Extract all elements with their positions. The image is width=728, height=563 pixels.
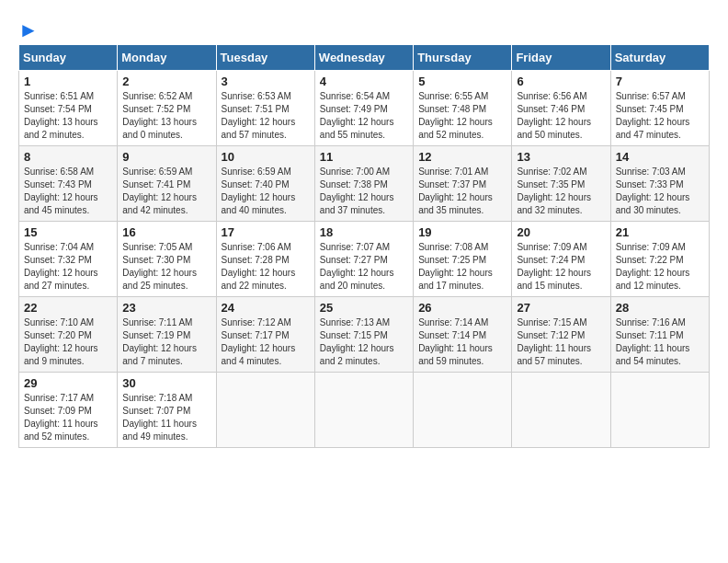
calendar-cell: 5Sunrise: 6:55 AMSunset: 7:48 PMDaylight… <box>414 71 512 146</box>
calendar-table: SundayMondayTuesdayWednesdayThursdayFrid… <box>18 44 710 448</box>
calendar-cell: 13Sunrise: 7:02 AMSunset: 7:35 PMDayligh… <box>512 146 610 222</box>
cell-info: Sunrise: 6:59 AMSunset: 7:40 PMDaylight:… <box>222 166 310 217</box>
cell-info: Sunrise: 7:18 AMSunset: 7:07 PMDaylight:… <box>122 392 210 443</box>
calendar-cell <box>414 373 512 448</box>
day-number: 1 <box>24 75 112 88</box>
day-number: 25 <box>320 301 408 315</box>
day-number: 12 <box>418 150 506 164</box>
calendar-cell: 22Sunrise: 7:10 AMSunset: 7:20 PMDayligh… <box>19 297 118 373</box>
calendar-week-row: 29Sunrise: 7:17 AMSunset: 7:09 PMDayligh… <box>19 373 710 448</box>
calendar-cell: 29Sunrise: 7:17 AMSunset: 7:09 PMDayligh… <box>19 373 118 448</box>
calendar-cell: 1Sunrise: 6:51 AMSunset: 7:54 PMDaylight… <box>19 71 118 146</box>
day-number: 3 <box>222 75 310 88</box>
calendar-cell: 14Sunrise: 7:03 AMSunset: 7:33 PMDayligh… <box>610 146 709 222</box>
day-number: 28 <box>616 301 704 315</box>
calendar-week-row: 8Sunrise: 6:58 AMSunset: 7:43 PMDaylight… <box>19 146 710 222</box>
day-number: 22 <box>24 301 112 315</box>
calendar-cell: 11Sunrise: 7:00 AMSunset: 7:38 PMDayligh… <box>314 146 413 222</box>
calendar-cell <box>610 373 709 448</box>
cell-info: Sunrise: 7:12 AMSunset: 7:17 PMDaylight:… <box>222 316 310 368</box>
cell-info: Sunrise: 7:13 AMSunset: 7:15 PMDaylight:… <box>320 316 408 368</box>
calendar-cell: 6Sunrise: 6:56 AMSunset: 7:46 PMDaylight… <box>512 71 610 146</box>
weekday-header-tuesday: Tuesday <box>216 45 314 71</box>
calendar-cell: 23Sunrise: 7:11 AMSunset: 7:19 PMDayligh… <box>118 297 216 373</box>
calendar-cell: 27Sunrise: 7:15 AMSunset: 7:12 PMDayligh… <box>512 297 610 373</box>
logo: ► <box>18 18 39 39</box>
cell-info: Sunrise: 7:07 AMSunset: 7:27 PMDaylight:… <box>320 241 408 293</box>
day-number: 18 <box>320 225 408 239</box>
main-container: ► SundayMondayTuesdayWednesdayThursdayFr… <box>0 0 728 457</box>
calendar-cell: 15Sunrise: 7:04 AMSunset: 7:32 PMDayligh… <box>19 222 118 297</box>
calendar-cell: 16Sunrise: 7:05 AMSunset: 7:30 PMDayligh… <box>118 222 216 297</box>
day-number: 23 <box>122 301 210 315</box>
calendar-cell: 24Sunrise: 7:12 AMSunset: 7:17 PMDayligh… <box>216 297 314 373</box>
cell-info: Sunrise: 7:11 AMSunset: 7:19 PMDaylight:… <box>122 316 210 368</box>
cell-info: Sunrise: 6:55 AMSunset: 7:48 PMDaylight:… <box>418 90 506 142</box>
cell-info: Sunrise: 7:09 AMSunset: 7:22 PMDaylight:… <box>616 241 704 293</box>
calendar-cell: 9Sunrise: 6:59 AMSunset: 7:41 PMDaylight… <box>118 146 216 222</box>
day-number: 6 <box>517 75 605 88</box>
day-number: 5 <box>418 75 506 88</box>
logo-triangle-shape: ► <box>18 18 39 41</box>
cell-info: Sunrise: 6:53 AMSunset: 7:51 PMDaylight:… <box>222 90 310 142</box>
weekday-header-friday: Friday <box>512 45 610 71</box>
weekday-header-monday: Monday <box>118 45 216 71</box>
header: ► <box>18 18 710 39</box>
day-number: 19 <box>418 225 506 239</box>
calendar-week-row: 15Sunrise: 7:04 AMSunset: 7:32 PMDayligh… <box>19 222 710 297</box>
day-number: 15 <box>24 225 112 239</box>
logo-text: ► <box>18 18 39 42</box>
cell-info: Sunrise: 7:17 AMSunset: 7:09 PMDaylight:… <box>24 392 112 443</box>
day-number: 11 <box>320 150 408 164</box>
day-number: 30 <box>122 376 210 390</box>
calendar-cell: 30Sunrise: 7:18 AMSunset: 7:07 PMDayligh… <box>118 373 216 448</box>
cell-info: Sunrise: 6:51 AMSunset: 7:54 PMDaylight:… <box>24 90 112 142</box>
day-number: 10 <box>222 150 310 164</box>
cell-info: Sunrise: 6:57 AMSunset: 7:45 PMDaylight:… <box>616 90 704 142</box>
cell-info: Sunrise: 7:09 AMSunset: 7:24 PMDaylight:… <box>517 241 605 293</box>
day-number: 17 <box>222 225 310 239</box>
calendar-week-row: 1Sunrise: 6:51 AMSunset: 7:54 PMDaylight… <box>19 71 710 146</box>
day-number: 16 <box>122 225 210 239</box>
cell-info: Sunrise: 6:59 AMSunset: 7:41 PMDaylight:… <box>122 166 210 217</box>
day-number: 26 <box>418 301 506 315</box>
day-number: 7 <box>616 75 704 88</box>
weekday-header-thursday: Thursday <box>414 45 512 71</box>
day-number: 14 <box>616 150 704 164</box>
calendar-cell: 8Sunrise: 6:58 AMSunset: 7:43 PMDaylight… <box>19 146 118 222</box>
cell-info: Sunrise: 7:05 AMSunset: 7:30 PMDaylight:… <box>122 241 210 293</box>
day-number: 27 <box>517 301 605 315</box>
cell-info: Sunrise: 7:06 AMSunset: 7:28 PMDaylight:… <box>222 241 310 293</box>
day-number: 4 <box>320 75 408 88</box>
day-number: 21 <box>616 225 704 239</box>
calendar-cell: 19Sunrise: 7:08 AMSunset: 7:25 PMDayligh… <box>414 222 512 297</box>
cell-info: Sunrise: 6:56 AMSunset: 7:46 PMDaylight:… <box>517 90 605 142</box>
calendar-cell: 7Sunrise: 6:57 AMSunset: 7:45 PMDaylight… <box>610 71 709 146</box>
day-number: 9 <box>122 150 210 164</box>
calendar-cell: 21Sunrise: 7:09 AMSunset: 7:22 PMDayligh… <box>610 222 709 297</box>
cell-info: Sunrise: 7:00 AMSunset: 7:38 PMDaylight:… <box>320 166 408 217</box>
cell-info: Sunrise: 7:16 AMSunset: 7:11 PMDaylight:… <box>616 316 704 368</box>
calendar-cell: 17Sunrise: 7:06 AMSunset: 7:28 PMDayligh… <box>216 222 314 297</box>
weekday-header-saturday: Saturday <box>610 45 709 71</box>
cell-info: Sunrise: 7:02 AMSunset: 7:35 PMDaylight:… <box>517 166 605 217</box>
cell-info: Sunrise: 7:14 AMSunset: 7:14 PMDaylight:… <box>418 316 506 368</box>
cell-info: Sunrise: 7:04 AMSunset: 7:32 PMDaylight:… <box>24 241 112 293</box>
day-number: 8 <box>24 150 112 164</box>
calendar-cell: 12Sunrise: 7:01 AMSunset: 7:37 PMDayligh… <box>414 146 512 222</box>
weekday-header-sunday: Sunday <box>19 45 118 71</box>
calendar-cell <box>216 373 314 448</box>
cell-info: Sunrise: 6:52 AMSunset: 7:52 PMDaylight:… <box>122 90 210 142</box>
day-number: 20 <box>517 225 605 239</box>
calendar-cell <box>512 373 610 448</box>
day-number: 24 <box>222 301 310 315</box>
calendar-header-row: SundayMondayTuesdayWednesdayThursdayFrid… <box>19 45 710 71</box>
cell-info: Sunrise: 7:01 AMSunset: 7:37 PMDaylight:… <box>418 166 506 217</box>
calendar-cell: 2Sunrise: 6:52 AMSunset: 7:52 PMDaylight… <box>118 71 216 146</box>
cell-info: Sunrise: 6:54 AMSunset: 7:49 PMDaylight:… <box>320 90 408 142</box>
cell-info: Sunrise: 7:10 AMSunset: 7:20 PMDaylight:… <box>24 316 112 368</box>
cell-info: Sunrise: 7:03 AMSunset: 7:33 PMDaylight:… <box>616 166 704 217</box>
day-number: 29 <box>24 376 112 390</box>
calendar-cell: 18Sunrise: 7:07 AMSunset: 7:27 PMDayligh… <box>314 222 413 297</box>
calendar-cell: 4Sunrise: 6:54 AMSunset: 7:49 PMDaylight… <box>314 71 413 146</box>
